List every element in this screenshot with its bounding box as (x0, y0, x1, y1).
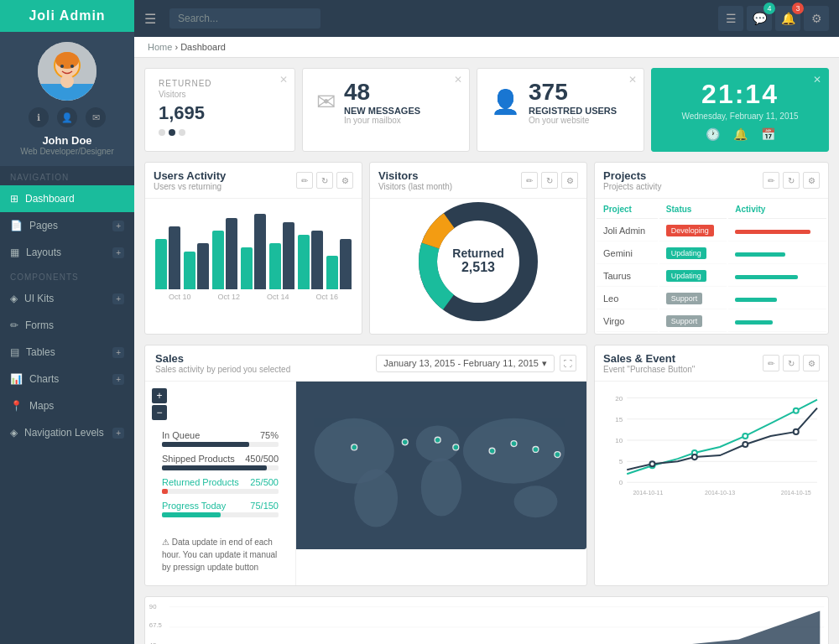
sidebar-item-maps[interactable]: 📍 Maps (0, 392, 134, 419)
sidebar-item-dashboard[interactable]: ⊞ Dashboard (0, 185, 134, 212)
zoom-out-button[interactable]: − (152, 405, 167, 420)
users-sublabel: On your website (529, 116, 617, 125)
project-activity (728, 221, 826, 242)
sales-row: Sales Sales activity by period you selec… (144, 345, 829, 586)
breadcrumb-home[interactable]: Home (148, 42, 172, 52)
svg-point-16 (421, 458, 461, 516)
shipped-label: Shipped Products (162, 454, 235, 464)
sales-event-title: Sales & Event (603, 352, 695, 365)
clock-date: Wednesday, February 11, 2015 (681, 112, 798, 121)
teal-bar (155, 239, 167, 289)
expand-map-button[interactable]: ⛶ (560, 355, 576, 371)
clock-card-icons: 🕐 🔔 📅 (706, 127, 775, 141)
settings-button[interactable]: ⚙ (561, 172, 578, 189)
in-queue-item: In Queue 75% (162, 430, 279, 447)
calendar-icon[interactable]: 📅 (761, 127, 775, 141)
main-content: ☰ ☰ 💬 4 🔔 3 ⚙ Home › Dashboard ✕ RE (134, 0, 839, 644)
mail-icon[interactable]: ✉ (86, 107, 106, 127)
bar-group (184, 243, 209, 289)
svg-point-22 (453, 444, 459, 450)
projects-title: Projects (603, 169, 661, 182)
svg-point-40 (794, 408, 799, 413)
svg-point-14 (354, 469, 398, 527)
project-name: Leo (597, 288, 658, 309)
sidebar-item-label: Pages (29, 220, 58, 231)
messages-card-close[interactable]: ✕ (454, 74, 462, 86)
clock-icon[interactable]: 🕐 (706, 127, 720, 141)
edit-button[interactable]: ✏ (521, 172, 538, 189)
messages-label: NEW MESSAGES (344, 106, 420, 116)
bell-icon[interactable]: 🔔 (733, 127, 748, 141)
activity-bar (735, 298, 777, 302)
settings-button[interactable]: ⚙ (803, 172, 820, 189)
refresh-button[interactable]: ↻ (541, 172, 558, 189)
bar-group (241, 214, 266, 289)
status-badge: Updating (666, 247, 706, 259)
refresh-button[interactable]: ↻ (783, 172, 800, 189)
menu-icon-button[interactable]: ☰ (718, 6, 743, 31)
sidebar-item-ui-kits[interactable]: ◈ UI Kits + (0, 285, 134, 312)
sidebar-item-pages[interactable]: 📄 Pages + (0, 212, 134, 239)
sidebar-item-label: Forms (25, 319, 54, 331)
topbar: ☰ ☰ 💬 4 🔔 3 ⚙ (134, 0, 839, 37)
messages-card: ✕ ✉ 48 NEW MESSAGES In your mailbox (302, 68, 470, 152)
edit-button[interactable]: ✏ (296, 172, 313, 189)
col-status: Status (659, 200, 727, 219)
svg-text:2014-10-15: 2014-10-15 (781, 490, 811, 496)
zoom-in-button[interactable]: + (152, 388, 167, 403)
returned-products-label: Returned Products (162, 477, 239, 487)
settings-button[interactable]: ⚙ (803, 355, 820, 371)
sidebar-item-label: Dashboard (25, 193, 75, 205)
sidebar-item-tables[interactable]: ▤ Tables + (0, 339, 134, 366)
sidebar-item-forms[interactable]: ✏ Forms (0, 312, 134, 339)
svg-point-25 (533, 447, 539, 453)
col-project: Project (597, 200, 658, 219)
layouts-icon: ▦ (10, 247, 19, 258)
settings-button[interactable]: ⚙ (336, 172, 353, 189)
sidebar-item-layouts[interactable]: ▦ Layouts + (0, 239, 134, 266)
bell-icon-button[interactable]: 🔔 3 (775, 6, 800, 31)
bar-group (298, 231, 323, 289)
bar-chart-labels: Oct 10Oct 12Oct 14Oct 16 (152, 289, 355, 301)
search-input[interactable] (169, 8, 320, 29)
dark-bar (254, 214, 266, 289)
status-badge: Support (666, 293, 703, 304)
forms-icon: ✏ (10, 319, 18, 331)
username: John Doe (10, 134, 124, 147)
date-range-picker[interactable]: January 13, 2015 - February 11, 2015 ▾ (376, 355, 555, 372)
table-row: VirgoSupport (597, 311, 826, 332)
activity-bar (735, 275, 798, 279)
project-activity (728, 243, 826, 264)
status-badge: Updating (666, 270, 706, 282)
svg-text:2014-10-11: 2014-10-11 (633, 490, 663, 496)
messages-count: 48 (344, 79, 420, 106)
refresh-button[interactable]: ↻ (783, 355, 800, 371)
hamburger-button[interactable]: ☰ (144, 11, 156, 27)
svg-text:5: 5 (619, 458, 623, 465)
avatar (38, 42, 96, 101)
chat-icon-button[interactable]: 💬 4 (747, 6, 772, 31)
settings-icon-button[interactable]: ⚙ (804, 6, 829, 31)
teal-bar (241, 247, 253, 289)
info-icon[interactable]: ℹ (29, 107, 49, 127)
users-card-close[interactable]: ✕ (628, 74, 637, 86)
visitors-subtitle: Visitors (last month) (378, 182, 452, 191)
refresh-button[interactable]: ↻ (316, 172, 333, 189)
sidebar-item-charts[interactable]: 📊 Charts + (0, 366, 134, 392)
project-status: Updating (659, 243, 727, 264)
project-status: Support (659, 311, 727, 332)
user-icon[interactable]: 👤 (57, 107, 77, 127)
edit-button[interactable]: ✏ (763, 172, 779, 189)
returned-card-close[interactable]: ✕ (279, 74, 288, 86)
sidebar-item-nav-levels[interactable]: ◈ Navigation Levels + (0, 419, 134, 446)
teal-bar (298, 235, 310, 289)
clock-card-close[interactable]: ✕ (813, 74, 821, 86)
app-title: Joli Admin (8, 8, 126, 23)
bottom-area-chart: 90 67.5 45 22.5 0 (144, 596, 829, 644)
svg-point-5 (70, 65, 74, 68)
edit-button[interactable]: ✏ (763, 355, 779, 371)
project-name: Gemini (597, 243, 658, 264)
dark-bar (340, 239, 352, 289)
visitors-title: Visitors (378, 169, 452, 182)
projects-table: Project Status Activity Joli AdminDevelo… (595, 199, 828, 334)
